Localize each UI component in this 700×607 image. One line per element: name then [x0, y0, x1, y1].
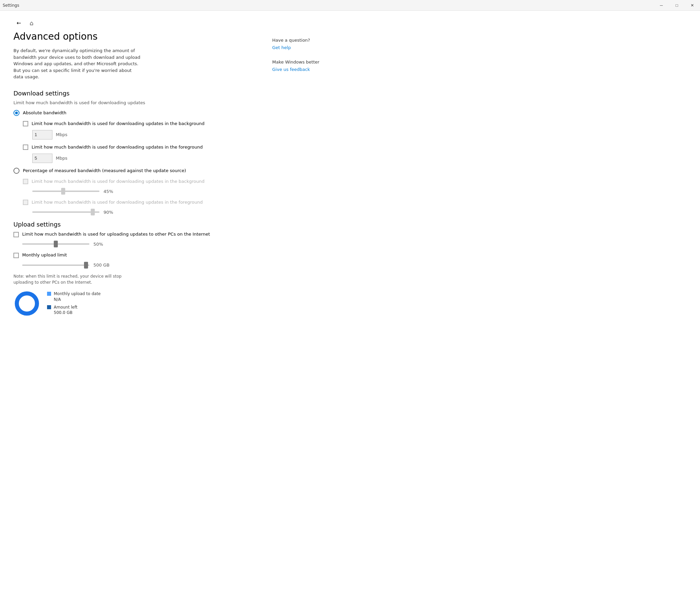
foreground-mbps-input[interactable]: [32, 153, 52, 163]
description-text: By default, we're dynamically optimizing…: [14, 47, 141, 80]
fg-slider-container: [32, 209, 100, 215]
radio-percentage-label: Percentage of measured bandwidth (measur…: [23, 168, 186, 173]
download-settings-heading: Download settings: [14, 90, 249, 97]
home-icon: ⌂: [29, 20, 33, 26]
background-checkbox[interactable]: [23, 121, 28, 126]
home-button[interactable]: ⌂: [29, 20, 33, 26]
page-title: Advanced options: [14, 31, 249, 42]
foreground-checkbox[interactable]: [23, 145, 28, 150]
help-heading: Have a question?: [272, 38, 333, 43]
bg-slider-track: [32, 191, 100, 192]
fg-slider-row: 90%: [32, 209, 249, 215]
monthly-checkbox-label: Monthly upload limit: [22, 252, 67, 258]
monthly-slider-container: [22, 262, 89, 269]
back-icon: ←: [17, 20, 21, 26]
foreground-checkbox-row: Limit how much bandwidth is used for dow…: [23, 144, 249, 150]
bg-percent-checkbox-row: Limit how much bandwidth is used for dow…: [23, 179, 249, 185]
legend-dot-monthly: [47, 292, 51, 296]
right-panel: Have a question? Get help Make Windows b…: [262, 11, 343, 607]
donut-chart: [14, 290, 40, 317]
monthly-slider-value: 500 GB: [93, 263, 109, 268]
upload-slider-track: [22, 243, 89, 245]
foreground-checkbox-label: Limit how much bandwidth is used for dow…: [31, 144, 203, 150]
header-nav: ← ⌂: [14, 18, 249, 28]
legend-monthly-label: Monthly upload to date: [54, 291, 101, 296]
monthly-checkbox[interactable]: [14, 253, 19, 258]
legend-item-monthly: Monthly upload to date N/A: [47, 291, 101, 302]
upload-checkbox[interactable]: [14, 232, 19, 237]
background-mbps-unit: Mbps: [56, 132, 67, 137]
upload-slider-thumb: [54, 240, 58, 247]
fg-slider-track: [32, 211, 100, 213]
note-text: Note: when this limit is reached, your d…: [14, 273, 141, 285]
fg-slider-thumb: [91, 209, 95, 215]
fg-percent-checkbox-row: Limit how much bandwidth is used for dow…: [23, 199, 249, 205]
svg-point-1: [17, 293, 37, 314]
upload-checkbox-label: Limit how much bandwidth is used for upl…: [22, 231, 210, 237]
maximize-button[interactable]: □: [669, 0, 684, 11]
radio-absolute-input[interactable]: [14, 110, 20, 116]
feedback-section: Make Windows better Give us feedback: [272, 60, 333, 72]
radio-absolute-label: Absolute bandwidth: [23, 110, 66, 115]
close-button[interactable]: ✕: [684, 0, 700, 11]
monthly-slider-track: [22, 265, 89, 266]
legend-text-amount: Amount left 500.0 GB: [54, 305, 77, 316]
help-section: Have a question? Get help: [272, 38, 333, 50]
main-panel: ← ⌂ Advanced options By default, we're d…: [0, 11, 262, 607]
fg-percent-checkbox-label: Limit how much bandwidth is used for dow…: [31, 199, 203, 205]
back-button[interactable]: ←: [14, 18, 24, 28]
bg-percent-checkbox-label: Limit how much bandwidth is used for dow…: [31, 179, 204, 185]
legend-amount-value: 500.0 GB: [54, 310, 72, 315]
legend-monthly-value: N/A: [54, 297, 61, 302]
fg-slider-value: 90%: [104, 210, 113, 215]
bg-slider-value: 45%: [104, 189, 113, 194]
monthly-slider-row: 500 GB: [22, 262, 249, 269]
title-bar-controls: ─ □ ✕: [654, 0, 700, 11]
content-area: ← ⌂ Advanced options By default, we're d…: [0, 11, 700, 607]
bg-slider-container: [32, 188, 100, 195]
fg-percent-checkbox: [23, 200, 28, 205]
chart-legend: Monthly upload to date N/A Amount left 5…: [47, 291, 101, 316]
give-feedback-link[interactable]: Give us feedback: [272, 67, 310, 72]
legend-item-amount: Amount left 500.0 GB: [47, 305, 101, 316]
radio-percentage-bandwidth[interactable]: Percentage of measured bandwidth (measur…: [14, 168, 249, 174]
monthly-slider-thumb: [84, 262, 88, 269]
legend-text-monthly: Monthly upload to date N/A: [54, 291, 101, 302]
radio-percentage-input[interactable]: [14, 168, 20, 174]
upload-slider-container: [22, 240, 89, 247]
title-bar: Settings ─ □ ✕: [0, 0, 700, 11]
legend-dot-amount: [47, 305, 51, 309]
upload-slider-row: 50%: [22, 240, 249, 247]
foreground-mbps-unit: Mbps: [56, 155, 67, 161]
chart-section: Monthly upload to date N/A Amount left 5…: [14, 290, 249, 317]
monthly-checkbox-row: Monthly upload limit: [14, 252, 249, 258]
background-checkbox-label: Limit how much bandwidth is used for dow…: [31, 121, 204, 127]
bg-percent-checkbox: [23, 179, 28, 184]
upload-settings-heading: Upload settings: [14, 221, 249, 228]
get-help-link[interactable]: Get help: [272, 45, 291, 50]
radio-absolute-bandwidth[interactable]: Absolute bandwidth: [14, 110, 249, 116]
bg-slider-thumb: [61, 188, 65, 195]
upload-slider-value: 50%: [93, 242, 103, 247]
background-mbps-input[interactable]: [32, 130, 52, 140]
background-input-row: Mbps: [32, 130, 249, 140]
title-bar-title: Settings: [3, 3, 19, 8]
background-checkbox-row: Limit how much bandwidth is used for dow…: [23, 121, 249, 127]
upload-checkbox-row: Limit how much bandwidth is used for upl…: [14, 231, 249, 237]
make-better-heading: Make Windows better: [272, 60, 333, 65]
bg-slider-row: 45%: [32, 188, 249, 195]
minimize-button[interactable]: ─: [654, 0, 669, 11]
foreground-input-row: Mbps: [32, 153, 249, 163]
download-sub-label: Limit how much bandwidth is used for dow…: [14, 100, 249, 105]
legend-amount-label: Amount left: [54, 305, 77, 310]
